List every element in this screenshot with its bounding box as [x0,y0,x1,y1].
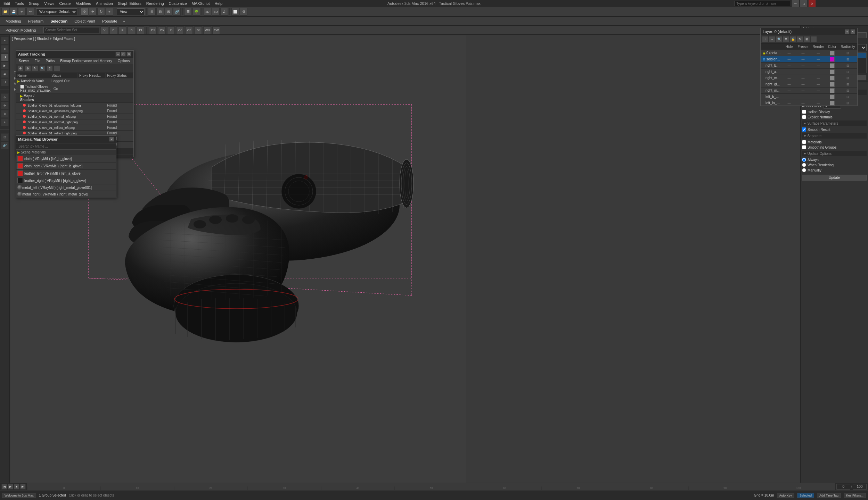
save-file-btn[interactable]: 💾 [10,8,17,16]
menu-animation[interactable]: Animation [94,1,115,6]
sidebar-create[interactable]: + [1,37,9,44]
list-item[interactable]: right_b_glove — — — ⊟ [761,62,857,69]
view-select[interactable]: View [117,8,145,15]
menu-tools[interactable]: Tools [13,1,26,6]
element-tool[interactable]: El [137,26,144,34]
matbrowser-close[interactable]: ✕ [109,137,114,142]
close-button[interactable]: ✕ [808,0,816,7]
at-btn-5[interactable]: ⋮ [54,65,60,72]
list-item[interactable]: Soldier_Glove_01_glossiness_right.png Fo… [16,108,133,114]
at-btn-4[interactable]: 🔍 [39,65,46,72]
at-menu-paths[interactable]: Paths [44,59,56,63]
smoothing-groups-checkbox[interactable] [802,145,806,149]
render-btn[interactable]: ⬜ [231,8,239,16]
material-search-input[interactable] [16,143,116,150]
list-item[interactable]: cloth ( VRayMtl ) [left_b_glove] [16,155,116,162]
border-tool[interactable]: B [128,26,135,34]
align-btn[interactable]: ⊟ [156,8,164,16]
inset-btn[interactable]: In [167,26,175,34]
tab-object-paint[interactable]: Object Paint [72,18,98,24]
list-item[interactable]: right_glove — — — ⊟ [761,81,857,88]
play-btn[interactable]: ▶ [8,484,13,490]
at-btn-3[interactable]: ↻ [32,65,38,72]
menu-create[interactable]: Create [57,1,73,6]
sidebar-motion[interactable]: ▶ [1,62,9,69]
create-selection-input[interactable] [43,27,99,33]
vertex-tool[interactable]: V [100,26,108,34]
extrude-btn[interactable]: Ex [149,26,157,34]
list-item[interactable]: ⬜ Tactical Gloves Pair_max_vray.max On [16,84,133,93]
list-item[interactable]: right_metal_glov — — — ⊟ [761,88,857,94]
chamfer-btn[interactable]: Ch [185,26,193,34]
tab-freeform[interactable]: Freeform [25,18,47,24]
list-item[interactable]: cloth_right ( VRayMtl ) [right_b_glove] [16,162,116,170]
redo-btn[interactable]: ↪ [26,8,34,16]
list-item[interactable]: left_b_glove — — — ⊟ [761,94,857,100]
materials-checkbox[interactable] [802,140,806,144]
connect-btn[interactable]: Co [176,26,184,34]
menu-views[interactable]: Views [42,1,56,6]
layers-btn-refresh[interactable]: ↻ [797,36,803,42]
key-filters-btn[interactable]: Key Filters... [844,493,866,498]
undo-btn[interactable]: ↩ [18,8,26,16]
always-radio[interactable] [802,158,806,162]
sidebar-modify[interactable]: ≡ [1,45,9,53]
layers-btn-5[interactable]: ⊞ [804,36,810,42]
list-item[interactable]: ⊞ soldier_glove_01 — — — ⊟ [761,56,857,62]
at-menu-bitmap[interactable]: Bitmap Performance and Memory [59,59,114,63]
open-file-btn[interactable]: 📁 [1,8,9,16]
smooth-result-checkbox[interactable] [802,127,806,132]
list-item[interactable]: Soldier_Glove_01_glossiness_left.png Fou… [16,103,133,108]
layers-close[interactable]: ✕ [850,29,855,34]
list-item[interactable]: ▶ Maps / Shaders [16,93,133,103]
scale-tool[interactable]: ⌖ [106,8,113,16]
timeline-track[interactable]: 0 10 20 30 40 50 60 70 80 90 100 [27,483,835,490]
render-setup-btn[interactable]: ⚙ [240,8,247,16]
list-item[interactable]: left_in_glove — — — ⊟ [761,100,857,106]
list-item[interactable]: ▶ Autodesk Vault Logged Out ... [16,78,133,84]
layers-btn-delete[interactable]: − [769,36,775,42]
total-frames-input[interactable] [853,484,867,490]
bevel-btn[interactable]: Bv [158,26,166,34]
sidebar-hierarchy[interactable]: H [1,53,9,61]
layers-btn-add[interactable]: + [762,36,768,42]
snap-2d-btn[interactable]: 2D [204,8,211,16]
ts-separate-section[interactable]: ▼ Separate [802,133,867,139]
angle-snap-btn[interactable]: ∠ [220,8,228,16]
sidebar-move[interactable]: ✛ [1,102,9,109]
welcome-btn[interactable]: Welcome to 3ds Max [2,493,36,498]
snap-3d-btn[interactable]: 3D [212,8,220,16]
menu-graph-editors[interactable]: Graph Editors [116,1,144,6]
target-weld-btn[interactable]: TW [212,26,220,34]
sidebar-link[interactable]: 🔗 [1,142,9,149]
menu-group[interactable]: Group [27,1,42,6]
rotate-tool[interactable]: ↻ [97,8,105,16]
asset-tracking-restore[interactable]: □ [121,52,126,57]
list-item[interactable]: right_a_glove — — — ⊟ [761,69,857,75]
asset-tracking-close[interactable]: ✕ [126,52,131,57]
list-item[interactable]: ◉ 0 (default) — — — ⊟ [761,50,857,56]
prev-frame-btn[interactable]: |◀ [1,484,7,490]
add-time-tag-btn[interactable]: Add Time Tag [817,493,841,498]
menu-help[interactable]: Help [213,1,225,6]
at-menu-server[interactable]: Server [17,59,30,63]
edge-tool[interactable]: E [109,26,117,34]
mirror-btn[interactable]: ⊞ [148,8,156,16]
min-button[interactable]: ─ [792,0,799,7]
face-tool[interactable]: F [118,26,126,34]
at-btn-1[interactable]: ⊕ [17,65,24,72]
layers-content[interactable]: ◉ 0 (default) — — — ⊟ ⊞ soldier_glove_01… [761,50,857,106]
asset-tracking-minimize[interactable]: ─ [115,52,120,57]
link-btn[interactable]: 🔗 [173,8,181,16]
tab-modeling[interactable]: Modeling [3,18,24,24]
list-item[interactable]: metal_left ( VRayMtl ) [right_metal_glov… [16,184,116,191]
selected-badge[interactable]: Selected [797,493,814,498]
list-item[interactable]: Soldier_Glove_01_normal_left.png Found [16,114,133,119]
list-item[interactable]: right_metal_glov — — — ⊟ [761,75,857,81]
when-rendering-radio[interactable] [802,163,806,167]
layers-btn-settings[interactable]: ⚙ [783,36,789,42]
layer-mgr-btn[interactable]: ☰ [184,8,192,16]
workspace-dropdown[interactable]: Workspace: Default [36,8,77,15]
stop-btn[interactable]: ■ [14,484,19,490]
at-menu-options[interactable]: Options [116,59,131,63]
